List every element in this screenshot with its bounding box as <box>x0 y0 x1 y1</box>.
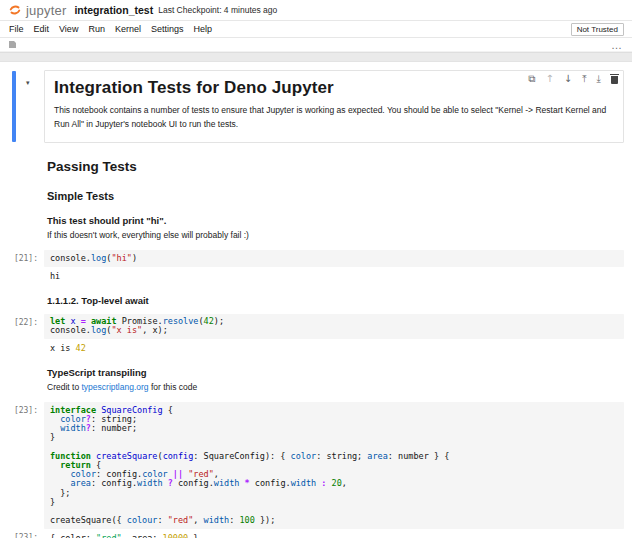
output-text: { color: "red", area: 10000 } <box>50 533 618 538</box>
menu-item-kernel[interactable]: Kernel <box>110 24 146 34</box>
menu-item-edit[interactable]: Edit <box>29 24 55 34</box>
output-area: x is 42 <box>44 339 624 354</box>
more-commands-icon[interactable]: … <box>611 42 623 48</box>
notebook-area: ▾Integration Tests for Deno JupyterThis … <box>0 62 632 538</box>
markdown-rendered: This test should print "hi".If this does… <box>44 215 624 242</box>
execution-count: [23]: <box>0 406 38 415</box>
code-input-editor[interactable]: console.log("hi") <box>44 250 624 266</box>
markdown-paragraph: Credit to typescriptlang.org for this co… <box>47 380 621 394</box>
notebook-filename[interactable]: integration_test <box>74 4 153 16</box>
typescriptlang-link[interactable]: typescriptlang.org <box>82 382 149 392</box>
code-input-editor[interactable]: interface SquareConfig { color?: string;… <box>44 402 624 529</box>
markdown-rendered: Passing Tests <box>44 159 624 174</box>
execution-count: [22]: <box>0 318 38 327</box>
cell-toolbar: ⧉↑↓⤒⤓ <box>528 74 618 84</box>
code-cell[interactable]: [21]:console.log("hi")hi <box>0 250 632 281</box>
move-cell-down-icon[interactable]: ↓ <box>564 74 572 84</box>
menu-item-settings[interactable]: Settings <box>146 24 189 34</box>
markdown-cell[interactable]: Simple Tests <box>0 190 632 202</box>
output-area: [23]:{ color: "red", area: 10000 } <box>44 529 624 538</box>
markdown-cell[interactable]: 1.1.1.2. Top-level await <box>0 295 632 306</box>
menu-item-help[interactable]: Help <box>188 24 217 34</box>
collapse-heading-icon[interactable]: ▾ <box>26 79 30 87</box>
markdown-heading: TypeScript transpiling <box>47 367 621 378</box>
markdown-cell[interactable]: TypeScript transpilingCredit to typescri… <box>0 367 632 394</box>
jupyter-logo[interactable]: jupyter <box>8 3 66 18</box>
code-input-editor[interactable]: let x = await Promise.resolve(42);consol… <box>44 314 624 339</box>
markdown-cell[interactable]: ▾Integration Tests for Deno JupyterThis … <box>0 70 632 143</box>
menubar: File Edit View Run Kernel Settings Help … <box>0 21 632 38</box>
output-area: hi <box>44 267 624 282</box>
trust-status-badge[interactable]: Not Trusted <box>571 23 624 36</box>
markdown-rendered: 1.1.1.2. Top-level await <box>44 295 624 306</box>
title-bar: jupyter integration_test Last Checkpoint… <box>0 0 632 21</box>
output-text: x is 42 <box>50 343 618 353</box>
notebook-toolbar: … <box>0 38 632 52</box>
delete-cell-icon[interactable] <box>611 74 618 84</box>
code-cell[interactable]: [22]:let x = await Promise.resolve(42);c… <box>0 314 632 354</box>
jupyter-logo-text: jupyter <box>26 3 66 18</box>
markdown-rendered: Simple Tests <box>44 190 624 202</box>
checkpoint-status: Last Checkpoint: 4 minutes ago <box>158 5 277 15</box>
save-icon[interactable] <box>9 41 16 48</box>
insert-cell-above-icon[interactable]: ⤒ <box>582 74 586 84</box>
markdown-rendered: Integration Tests for Deno JupyterThis n… <box>44 70 624 143</box>
insert-cell-below-icon[interactable]: ⤓ <box>597 74 601 84</box>
markdown-cell[interactable]: This test should print "hi".If this does… <box>0 215 632 242</box>
toolbar-divider-strip <box>0 52 632 62</box>
markdown-heading: This test should print "hi". <box>47 215 621 226</box>
output-text: hi <box>50 271 618 281</box>
jupyter-logo-icon <box>8 3 22 17</box>
markdown-rendered: TypeScript transpilingCredit to typescri… <box>44 367 624 394</box>
menu-item-view[interactable]: View <box>54 24 83 34</box>
duplicate-cell-icon[interactable]: ⧉ <box>528 74 535 84</box>
code-cell[interactable]: [23]:interface SquareConfig { color?: st… <box>0 402 632 538</box>
menu-item-file[interactable]: File <box>4 24 29 34</box>
markdown-heading: 1.1.1.2. Top-level await <box>47 295 621 306</box>
menu-item-run[interactable]: Run <box>83 24 110 34</box>
markdown-heading: Simple Tests <box>47 190 621 202</box>
markdown-paragraph: This notebook contains a number of tests… <box>54 103 614 132</box>
markdown-heading: Passing Tests <box>47 159 621 174</box>
execution-count: [21]: <box>0 254 38 263</box>
move-cell-up-icon[interactable]: ↑ <box>545 74 553 84</box>
markdown-cell[interactable]: Passing Tests <box>0 159 632 174</box>
output-execution-count: [23]: <box>0 533 38 538</box>
markdown-paragraph: If this doesn't work, everything else wi… <box>47 228 621 242</box>
